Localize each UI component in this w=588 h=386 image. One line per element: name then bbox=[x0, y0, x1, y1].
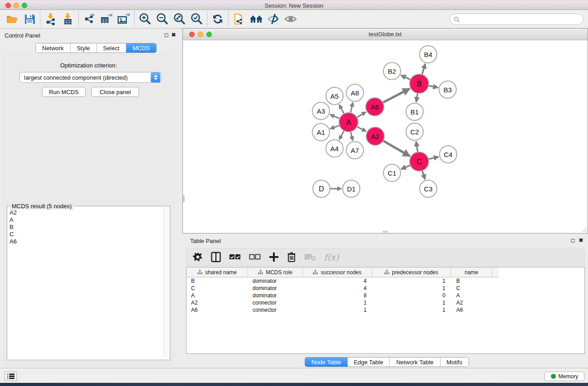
graph-edge-A-A4[interactable] bbox=[339, 131, 344, 139]
table-cell[interactable]: A6 bbox=[186, 307, 248, 313]
col-header-mcds-role[interactable]: MCDS role bbox=[248, 267, 303, 277]
import-network-button[interactable] bbox=[42, 11, 59, 27]
gear-icon[interactable] bbox=[193, 251, 203, 263]
zoom-in-button[interactable] bbox=[136, 11, 153, 27]
result-list-item[interactable]: B bbox=[8, 224, 164, 231]
table-cell[interactable]: A6 bbox=[451, 307, 492, 313]
graph-edge-A2-C[interactable] bbox=[383, 141, 410, 156]
zoom-fit-button[interactable] bbox=[171, 11, 188, 27]
table-cell[interactable]: 1 bbox=[372, 285, 451, 291]
table-cell[interactable]: 8 bbox=[303, 292, 372, 299]
import-table-button[interactable] bbox=[59, 11, 76, 27]
table-cell[interactable]: dominator bbox=[248, 278, 303, 284]
close-panel-icon[interactable]: ✖ bbox=[171, 32, 177, 38]
tab-select[interactable]: Select bbox=[97, 43, 126, 52]
delete-column-trash-icon[interactable] bbox=[287, 251, 296, 263]
table-cell[interactable]: 4 bbox=[303, 278, 372, 284]
mcds-result-list[interactable]: A2ABCA6 bbox=[8, 209, 164, 245]
table-cell[interactable]: B bbox=[186, 278, 248, 284]
table-cell[interactable]: dominator bbox=[248, 285, 303, 291]
criterion-dropdown[interactable]: largest connected component (directed) bbox=[19, 72, 161, 83]
search-input[interactable] bbox=[460, 15, 583, 24]
table-cell[interactable]: B bbox=[451, 278, 492, 284]
open-file-button[interactable] bbox=[4, 11, 21, 27]
hide-eye-button[interactable] bbox=[265, 11, 282, 27]
run-mcds-button[interactable]: Run MCDS bbox=[42, 87, 86, 97]
graph-edge-C-C3[interactable] bbox=[422, 171, 425, 179]
refresh-button[interactable] bbox=[209, 11, 226, 27]
graph-edge-C-C1[interactable] bbox=[401, 165, 410, 169]
result-list-item[interactable]: A bbox=[8, 216, 164, 224]
table-cell[interactable]: 4 bbox=[303, 285, 372, 291]
export-network-button[interactable] bbox=[81, 11, 98, 27]
table-cell[interactable]: connector bbox=[248, 300, 303, 306]
table-cell[interactable]: 1 bbox=[303, 300, 372, 306]
float-panel-icon[interactable]: ◻ bbox=[163, 32, 169, 38]
table-row[interactable]: Bdominator41B bbox=[186, 277, 499, 285]
result-list-item[interactable]: A2 bbox=[8, 209, 164, 216]
search-box[interactable] bbox=[449, 14, 583, 25]
table-cell[interactable]: A bbox=[186, 292, 248, 299]
graph-edge-B-B2[interactable] bbox=[401, 75, 410, 79]
close-panel-button[interactable]: Close panel bbox=[91, 87, 139, 97]
table-row[interactable]: A2connector11A2 bbox=[186, 299, 499, 306]
graph-edge-A6-B[interactable] bbox=[383, 89, 410, 102]
node-table[interactable]: shared name MCDS role successor nodes pr… bbox=[186, 267, 585, 354]
network-canvas[interactable]: AA6A2BCA1A3A5A8A4A7B1B2B3B4C1C2C3C4DD1 bbox=[183, 40, 588, 233]
table-cell[interactable]: connector bbox=[248, 307, 303, 313]
tab-style[interactable]: Style bbox=[71, 43, 97, 52]
table-cell[interactable]: 1 bbox=[303, 307, 372, 313]
graph-edge-A-A7[interactable] bbox=[351, 132, 353, 140]
function-builder-icon[interactable]: f(x) bbox=[324, 251, 339, 263]
graph-edge-A-A1[interactable] bbox=[330, 125, 339, 129]
graph-edge-A-A6[interactable] bbox=[357, 112, 366, 117]
export-table-button[interactable] bbox=[98, 11, 115, 27]
graph-edge-B-B3[interactable] bbox=[429, 86, 438, 87]
graph-edge-C-C4[interactable] bbox=[429, 157, 438, 159]
task-history-button[interactable] bbox=[5, 372, 17, 381]
graph-edge-B-B4[interactable] bbox=[422, 64, 425, 74]
table-cell[interactable]: C bbox=[186, 285, 248, 291]
graph-edge-A-A8[interactable] bbox=[351, 103, 353, 113]
zoom-selected-button[interactable] bbox=[188, 11, 205, 27]
graph-edge-A-A5[interactable] bbox=[339, 105, 344, 113]
table-row[interactable]: Adominator80A bbox=[186, 292, 499, 299]
table-cell[interactable]: A2 bbox=[451, 300, 492, 306]
show-eye-button[interactable] bbox=[282, 11, 299, 27]
result-scrollbar[interactable] bbox=[163, 207, 169, 357]
col-header-name[interactable]: name bbox=[451, 267, 492, 277]
graph-edge-C-C2[interactable] bbox=[416, 142, 417, 152]
float-table-panel-icon[interactable]: ◻ bbox=[570, 238, 576, 243]
network-horizontal-scrollbar[interactable] bbox=[382, 231, 388, 233]
table-row[interactable]: A6connector11A6 bbox=[186, 306, 499, 314]
network-vertical-scrollbar[interactable] bbox=[183, 195, 185, 202]
tab-network[interactable]: Network bbox=[36, 43, 71, 52]
graph-edge-A-A3[interactable] bbox=[330, 114, 339, 118]
tab-motifs[interactable]: Motifs bbox=[440, 357, 469, 367]
table-cell[interactable]: 1 bbox=[372, 307, 451, 313]
graph-edge-B-B1[interactable] bbox=[416, 94, 418, 102]
resize-grip-icon[interactable] bbox=[581, 227, 587, 233]
double-house-button[interactable] bbox=[248, 11, 265, 27]
memory-button[interactable]: Memory bbox=[545, 372, 584, 381]
result-list-item[interactable]: C bbox=[8, 231, 164, 238]
table-cell[interactable]: 1 bbox=[372, 300, 451, 306]
tab-network-table[interactable]: Network Table bbox=[390, 357, 440, 367]
col-header-predecessor-nodes[interactable]: predecessor nodes bbox=[372, 267, 451, 277]
table-cell[interactable]: C bbox=[451, 285, 492, 291]
checked-columns-icon[interactable] bbox=[229, 251, 241, 263]
col-header-shared-name[interactable]: shared name bbox=[186, 267, 248, 277]
table-row[interactable]: Cdominator41C bbox=[186, 285, 499, 292]
network-window-titlebar[interactable]: testGlobe.txt bbox=[183, 29, 588, 40]
zoom-out-button[interactable] bbox=[153, 11, 171, 27]
table-cell[interactable]: 0 bbox=[372, 292, 451, 299]
add-column-icon[interactable] bbox=[269, 251, 279, 263]
save-session-button[interactable] bbox=[21, 11, 38, 27]
export-image-button[interactable] bbox=[115, 11, 132, 27]
table-cell[interactable]: A bbox=[451, 292, 492, 299]
result-list-item[interactable]: A6 bbox=[8, 238, 164, 245]
tab-node-table[interactable]: Node Table bbox=[305, 357, 348, 367]
delete-table-icon[interactable] bbox=[304, 251, 316, 263]
close-table-panel-icon[interactable]: ✖ bbox=[578, 238, 584, 243]
table-cell[interactable]: dominator bbox=[248, 292, 303, 299]
